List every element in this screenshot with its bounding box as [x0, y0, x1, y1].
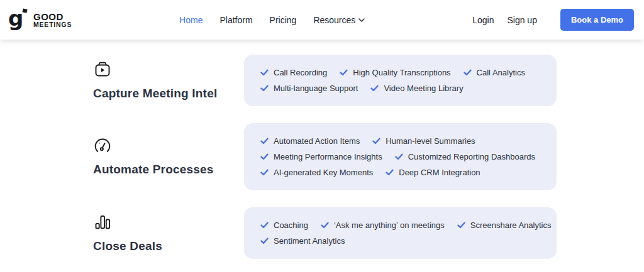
feature-tag-row: AI-generated Key Moments Deep CRM Integr… [260, 168, 540, 177]
check-icon [260, 169, 269, 176]
feature-tag-label: Call Analytics [477, 68, 525, 77]
feature-tag-label: Sentiment Analytics [274, 236, 345, 246]
check-icon [372, 138, 380, 144]
feature-tag: Screenshare Analytics [457, 220, 552, 230]
check-icon [370, 85, 379, 92]
feature-tag: Meeting Performance Insights [260, 152, 382, 161]
check-icon [260, 222, 269, 229]
check-icon [464, 69, 472, 76]
feature-tag-label: AI-generated Key Moments [274, 168, 373, 177]
section-title: Automate Processes [93, 163, 244, 177]
check-icon [260, 153, 269, 160]
feature-tag: Coaching [260, 220, 308, 230]
feature-tag: Multi-language Support [260, 84, 358, 93]
nav-item-pricing[interactable]: Pricing [270, 15, 297, 25]
nav-item-resources[interactable]: Resources [313, 15, 365, 25]
feature-tag-label: Automated Action Items [274, 136, 360, 146]
section-title: Capture Meeting Intel [93, 87, 244, 101]
check-icon [260, 237, 269, 244]
feature-tag-label: ‘Ask me anything’ on meetings [334, 220, 445, 230]
feature-tag-label: Customized Reporting Dashboards [408, 152, 535, 161]
chevron-down-icon [358, 18, 365, 22]
feature-tag-label: Deep CRM Integration [399, 168, 480, 177]
feature-tag-label: Call Recording [274, 68, 327, 77]
feature-tag: Automated Action Items [260, 136, 360, 146]
video-library-icon [93, 61, 112, 79]
section-title: Close Deals [93, 239, 244, 253]
feature-tag-label: Multi-language Support [274, 84, 358, 93]
feature-heading-block: Capture Meeting Intel [93, 61, 244, 101]
feature-tag: Video Meeting Library [370, 84, 463, 93]
feature-card-close-deals: Coaching ‘Ask me anything’ on meetings S… [244, 207, 557, 259]
check-icon [340, 69, 348, 76]
login-link[interactable]: Login [472, 15, 494, 25]
feature-row-capture-meeting-intel: Capture Meeting Intel Call Recording Hig… [93, 55, 644, 106]
feature-tag: AI-generated Key Moments [260, 168, 373, 177]
brand-logo[interactable]: g GOOD MEETINGS [8, 8, 72, 33]
feature-tag-row: Automated Action Items Human-level Summa… [260, 136, 540, 146]
feature-tag: High Quality Transcriptions [340, 68, 450, 77]
feature-tag: Customized Reporting Dashboards [395, 152, 535, 161]
feature-tag-row: Call Recording High Quality Transcriptio… [260, 68, 540, 77]
feature-heading-block: Automate Processes [93, 137, 244, 177]
nav-item-resources-label: Resources [313, 15, 355, 25]
feature-row-automate-processes: Automate Processes Automated Action Item… [93, 123, 644, 190]
check-icon [457, 222, 465, 229]
book-a-demo-button[interactable]: Book a Demo [560, 9, 634, 31]
feature-tag: Call Recording [260, 68, 327, 77]
feature-tag: Human-level Summaries [372, 136, 475, 146]
feature-tag-row: Meeting Performance Insights Customized … [260, 152, 540, 161]
feature-heading-block: Close Deals [93, 214, 244, 253]
nav-item-platform[interactable]: Platform [219, 15, 252, 25]
brand-name: GOOD MEETINGS [33, 12, 72, 28]
feature-tag-label: Meeting Performance Insights [274, 152, 382, 161]
feature-tag-label: Coaching [274, 220, 308, 230]
feature-tag: Call Analytics [464, 68, 525, 77]
top-navigation-bar: g GOOD MEETINGS Home Platform Pricing Re… [0, 0, 644, 40]
signup-link[interactable]: Sign up [507, 15, 536, 25]
check-icon [260, 69, 269, 76]
features-section: Capture Meeting Intel Call Recording Hig… [0, 40, 644, 259]
feature-tag-label: High Quality Transcriptions [353, 68, 450, 77]
feature-card-capture-meeting-intel: Call Recording High Quality Transcriptio… [244, 55, 557, 106]
check-icon [395, 153, 403, 160]
feature-tag: Sentiment Analytics [260, 236, 345, 246]
feature-tag-label: Screenshare Analytics [470, 220, 552, 230]
check-icon [321, 222, 329, 229]
feature-card-automate-processes: Automated Action Items Human-level Summa… [244, 123, 557, 190]
feature-tag-row: Coaching ‘Ask me anything’ on meetings S… [260, 220, 540, 230]
brand-name-line2: MEETINGS [33, 21, 72, 28]
speedometer-icon [93, 137, 112, 155]
check-icon [386, 169, 394, 176]
feature-tag-row: Multi-language Support Video Meeting Lib… [260, 84, 540, 93]
nav-item-home[interactable]: Home [179, 15, 203, 25]
feature-tag: Deep CRM Integration [386, 168, 480, 177]
feature-tag: ‘Ask me anything’ on meetings [321, 220, 445, 230]
check-icon [260, 85, 269, 92]
goodmeetings-logo-icon: g [8, 8, 30, 33]
main-nav: Home Platform Pricing Resources [179, 15, 365, 25]
feature-tag-row: Sentiment Analytics [260, 236, 540, 246]
feature-tag-label: Video Meeting Library [384, 84, 463, 93]
feature-row-close-deals: Close Deals Coaching ‘Ask me anything’ o… [93, 207, 644, 259]
auth-actions: Login Sign up Book a Demo [472, 9, 634, 31]
bar-chart-icon [93, 214, 112, 231]
brand-name-line1: GOOD [33, 12, 72, 21]
feature-tag-label: Human-level Summaries [386, 136, 475, 146]
svg-text:g: g [8, 8, 23, 31]
check-icon [260, 138, 269, 144]
